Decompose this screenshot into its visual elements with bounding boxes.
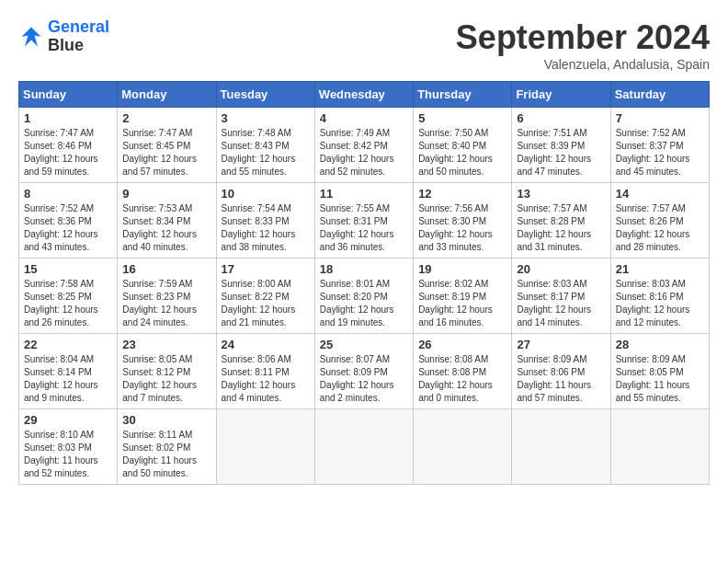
day-info: Sunrise: 8:09 AMSunset: 8:05 PMDaylight:… xyxy=(616,353,704,405)
day-info: Sunrise: 7:54 AMSunset: 8:33 PMDaylight:… xyxy=(222,202,310,254)
calendar-cell: 18 Sunrise: 8:01 AMSunset: 8:20 PMDaylig… xyxy=(314,259,413,334)
day-info: Sunrise: 8:06 AMSunset: 8:11 PMDaylight:… xyxy=(222,353,310,405)
calendar-week-row: 8 Sunrise: 7:52 AMSunset: 8:36 PMDayligh… xyxy=(19,183,710,259)
calendar-cell: 21 Sunrise: 8:03 AMSunset: 8:16 PMDaylig… xyxy=(610,259,709,334)
day-number: 10 xyxy=(222,187,310,201)
calendar-cell: 4 Sunrise: 7:49 AMSunset: 8:42 PMDayligh… xyxy=(314,108,413,183)
day-number: 26 xyxy=(418,338,506,351)
calendar-cell xyxy=(610,409,709,485)
day-info: Sunrise: 7:59 AMSunset: 8:23 PMDaylight:… xyxy=(122,278,210,329)
calendar-week-row: 29 Sunrise: 8:10 AMSunset: 8:03 PMDaylig… xyxy=(19,409,710,485)
header-thursday: Thursday xyxy=(414,82,512,108)
header-sunday: Sunday xyxy=(19,82,118,108)
calendar-cell xyxy=(216,409,314,485)
calendar-week-row: 22 Sunrise: 8:04 AMSunset: 8:14 PMDaylig… xyxy=(19,334,710,409)
header-friday: Friday xyxy=(512,82,610,108)
day-number: 25 xyxy=(320,338,408,351)
day-number: 16 xyxy=(122,262,210,276)
calendar-cell: 2 Sunrise: 7:47 AMSunset: 8:45 PMDayligh… xyxy=(118,108,216,183)
calendar-cell: 25 Sunrise: 8:07 AMSunset: 8:09 PMDaylig… xyxy=(314,334,413,409)
day-number: 4 xyxy=(320,111,408,125)
calendar-cell: 8 Sunrise: 7:52 AMSunset: 8:36 PMDayligh… xyxy=(19,183,118,259)
day-info: Sunrise: 8:03 AMSunset: 8:16 PMDaylight:… xyxy=(616,278,704,329)
day-info: Sunrise: 7:47 AMSunset: 8:46 PMDaylight:… xyxy=(24,127,112,178)
calendar-cell: 19 Sunrise: 8:02 AMSunset: 8:19 PMDaylig… xyxy=(414,259,512,334)
day-info: Sunrise: 7:55 AMSunset: 8:31 PMDaylight:… xyxy=(320,202,408,254)
calendar-cell: 22 Sunrise: 8:04 AMSunset: 8:14 PMDaylig… xyxy=(19,334,118,409)
calendar-week-row: 1 Sunrise: 7:47 AMSunset: 8:46 PMDayligh… xyxy=(19,108,710,183)
day-info: Sunrise: 7:56 AMSunset: 8:30 PMDaylight:… xyxy=(418,202,506,254)
page-header: General Blue September 2024 Valenzuela, … xyxy=(18,18,710,72)
calendar-cell: 14 Sunrise: 7:57 AMSunset: 8:26 PMDaylig… xyxy=(610,183,709,259)
day-info: Sunrise: 7:52 AMSunset: 8:37 PMDaylight:… xyxy=(616,127,704,178)
day-number: 12 xyxy=(418,187,506,201)
calendar-cell: 24 Sunrise: 8:06 AMSunset: 8:11 PMDaylig… xyxy=(216,334,314,409)
day-info: Sunrise: 7:57 AMSunset: 8:28 PMDaylight:… xyxy=(517,202,605,254)
day-number: 30 xyxy=(122,413,210,427)
day-number: 5 xyxy=(418,111,506,125)
calendar-cell: 7 Sunrise: 7:52 AMSunset: 8:37 PMDayligh… xyxy=(610,108,709,183)
calendar-cell: 17 Sunrise: 8:00 AMSunset: 8:22 PMDaylig… xyxy=(216,259,314,334)
calendar-cell: 20 Sunrise: 8:03 AMSunset: 8:17 PMDaylig… xyxy=(512,259,610,334)
day-number: 14 xyxy=(616,187,704,201)
day-info: Sunrise: 8:04 AMSunset: 8:14 PMDaylight:… xyxy=(24,353,112,405)
calendar-cell: 9 Sunrise: 7:53 AMSunset: 8:34 PMDayligh… xyxy=(118,183,216,259)
day-number: 2 xyxy=(122,111,210,125)
day-info: Sunrise: 8:09 AMSunset: 8:06 PMDaylight:… xyxy=(517,353,605,405)
logo-icon xyxy=(18,24,44,50)
day-number: 22 xyxy=(24,338,112,351)
calendar-cell: 12 Sunrise: 7:56 AMSunset: 8:30 PMDaylig… xyxy=(414,183,512,259)
day-number: 6 xyxy=(517,111,605,125)
day-number: 24 xyxy=(222,338,310,351)
location: Valenzuela, Andalusia, Spain xyxy=(456,57,710,72)
calendar-table: SundayMondayTuesdayWednesdayThursdayFrid… xyxy=(18,81,710,485)
day-info: Sunrise: 7:52 AMSunset: 8:36 PMDaylight:… xyxy=(24,202,112,254)
calendar-cell: 1 Sunrise: 7:47 AMSunset: 8:46 PMDayligh… xyxy=(19,108,118,183)
calendar-cell: 29 Sunrise: 8:10 AMSunset: 8:03 PMDaylig… xyxy=(19,409,118,485)
day-number: 8 xyxy=(24,187,112,201)
day-number: 21 xyxy=(616,262,704,276)
calendar-cell: 27 Sunrise: 8:09 AMSunset: 8:06 PMDaylig… xyxy=(512,334,610,409)
header-wednesday: Wednesday xyxy=(314,82,413,108)
calendar-header-row: SundayMondayTuesdayWednesdayThursdayFrid… xyxy=(19,82,710,108)
day-number: 11 xyxy=(320,187,408,201)
day-number: 9 xyxy=(122,187,210,201)
day-number: 7 xyxy=(616,111,704,125)
day-number: 13 xyxy=(517,187,605,201)
calendar-cell: 13 Sunrise: 7:57 AMSunset: 8:28 PMDaylig… xyxy=(512,183,610,259)
calendar-cell: 28 Sunrise: 8:09 AMSunset: 8:05 PMDaylig… xyxy=(610,334,709,409)
calendar-cell: 26 Sunrise: 8:08 AMSunset: 8:08 PMDaylig… xyxy=(414,334,512,409)
day-info: Sunrise: 8:00 AMSunset: 8:22 PMDaylight:… xyxy=(222,278,310,329)
header-tuesday: Tuesday xyxy=(216,82,314,108)
calendar-cell: 5 Sunrise: 7:50 AMSunset: 8:40 PMDayligh… xyxy=(414,108,512,183)
month-title: September 2024 xyxy=(456,18,710,57)
day-info: Sunrise: 8:08 AMSunset: 8:08 PMDaylight:… xyxy=(418,353,506,405)
day-info: Sunrise: 8:02 AMSunset: 8:19 PMDaylight:… xyxy=(418,278,506,329)
logo-text: General Blue xyxy=(48,18,109,55)
day-number: 23 xyxy=(122,338,210,351)
day-info: Sunrise: 7:58 AMSunset: 8:25 PMDaylight:… xyxy=(24,278,112,329)
day-number: 18 xyxy=(320,262,408,276)
day-info: Sunrise: 8:11 AMSunset: 8:02 PMDaylight:… xyxy=(122,429,210,480)
day-number: 20 xyxy=(517,262,605,276)
day-number: 17 xyxy=(222,262,310,276)
day-number: 15 xyxy=(24,262,112,276)
logo: General Blue xyxy=(18,18,109,55)
day-info: Sunrise: 8:10 AMSunset: 8:03 PMDaylight:… xyxy=(24,429,112,480)
day-info: Sunrise: 7:57 AMSunset: 8:26 PMDaylight:… xyxy=(616,202,704,254)
calendar-cell: 30 Sunrise: 8:11 AMSunset: 8:02 PMDaylig… xyxy=(118,409,216,485)
calendar-cell xyxy=(314,409,413,485)
calendar-cell: 23 Sunrise: 8:05 AMSunset: 8:12 PMDaylig… xyxy=(118,334,216,409)
day-info: Sunrise: 8:07 AMSunset: 8:09 PMDaylight:… xyxy=(320,353,408,405)
day-number: 28 xyxy=(616,338,704,351)
day-number: 19 xyxy=(418,262,506,276)
calendar-cell xyxy=(414,409,512,485)
day-number: 29 xyxy=(24,413,112,427)
header-saturday: Saturday xyxy=(610,82,709,108)
day-info: Sunrise: 7:53 AMSunset: 8:34 PMDaylight:… xyxy=(122,202,210,254)
title-block: September 2024 Valenzuela, Andalusia, Sp… xyxy=(456,18,710,72)
calendar-cell: 15 Sunrise: 7:58 AMSunset: 8:25 PMDaylig… xyxy=(19,259,118,334)
day-info: Sunrise: 8:01 AMSunset: 8:20 PMDaylight:… xyxy=(320,278,408,329)
day-info: Sunrise: 7:50 AMSunset: 8:40 PMDaylight:… xyxy=(418,127,506,178)
calendar-cell: 6 Sunrise: 7:51 AMSunset: 8:39 PMDayligh… xyxy=(512,108,610,183)
